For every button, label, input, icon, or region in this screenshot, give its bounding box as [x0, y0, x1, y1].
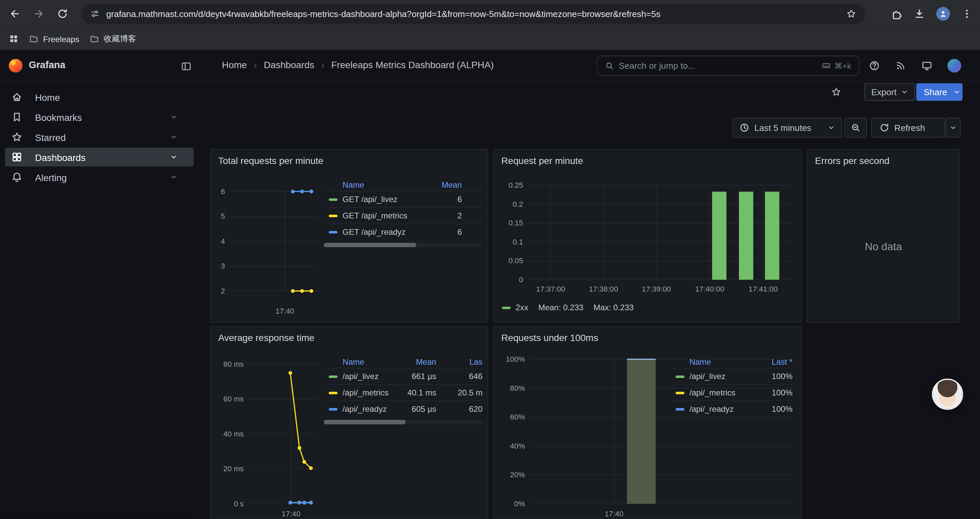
legend-row[interactable]: /api/_livez661 µs646 [324, 368, 483, 385]
downloads-icon[interactable] [914, 8, 925, 19]
chevron-down-icon[interactable] [170, 173, 177, 181]
breadcrumb-home[interactable]: Home [222, 59, 247, 70]
share-label: Share [924, 87, 947, 97]
bookmark-label: Freeleaps [43, 34, 79, 43]
panel-title[interactable]: Errors per second [815, 155, 889, 166]
news-rss-icon[interactable] [895, 60, 906, 72]
panel-total-requests: Total requests per minute 6543217:40 Nam… [210, 149, 488, 323]
bookmark-star-icon[interactable] [846, 9, 856, 19]
legend-row[interactable]: /api/_metrics40.1 ms20.5 m [324, 384, 483, 401]
legend-row[interactable]: /api/_metrics100% [671, 384, 795, 401]
browser-profile-avatar[interactable] [936, 7, 950, 21]
bookmark-folder-blogs[interactable]: 收藏博客 [89, 33, 137, 45]
breadcrumb-dashboards[interactable]: Dashboards [264, 59, 315, 70]
user-avatar[interactable] [948, 59, 961, 72]
dock-sidebar-icon[interactable] [181, 61, 192, 72]
sidebar-item-alerting[interactable]: Alerting [5, 168, 194, 186]
forward-icon[interactable] [33, 8, 45, 19]
timeseries-chart[interactable]: 6543217:40 [215, 182, 321, 319]
panel-title[interactable]: Total requests per minute [218, 155, 323, 166]
screen: grafana.mathmast.com/d/deytv4rwavabkb/fr… [0, 0, 980, 519]
chevron-down-icon [953, 88, 960, 96]
extensions-icon[interactable] [891, 8, 903, 19]
svg-text:0%: 0% [514, 500, 525, 508]
legend-header[interactable]: NameMeanLas [324, 355, 483, 368]
legend-row[interactable]: /api/_livez100% [671, 368, 795, 385]
star-icon [11, 131, 23, 143]
back-icon[interactable] [10, 8, 21, 19]
panel-title[interactable]: Requests under 100ms [501, 332, 598, 343]
legend-header[interactable]: NameMean [324, 178, 483, 191]
refresh-button[interactable]: Refresh [871, 118, 945, 137]
clock-icon [740, 123, 749, 133]
browser-toolbar: grafana.mathmast.com/d/deytv4rwavabkb/fr… [0, 0, 980, 27]
browser-menu-icon[interactable] [961, 8, 973, 19]
sidebar-item-dashboards[interactable]: Dashboards [5, 148, 194, 166]
time-range-picker[interactable]: Last 5 minutes [732, 118, 842, 137]
sidebar-item-starred[interactable]: Starred [5, 128, 194, 146]
legend-header[interactable]: NameLast * [671, 355, 795, 368]
search-input[interactable]: Search or jump to... ⌘+k [597, 56, 859, 76]
person-icon [939, 10, 947, 18]
search-shortcut: ⌘+k [822, 61, 851, 70]
reload-icon[interactable] [57, 8, 68, 19]
sidebar: Home Bookmarks Starred Dashboards Alerti… [0, 81, 199, 519]
timeseries-chart[interactable]: 80 ms60 ms40 ms20 ms0 s17:40 [223, 351, 321, 519]
share-menu-button[interactable] [951, 83, 963, 101]
svg-text:17:41:00: 17:41:00 [749, 285, 778, 293]
bookmark-folder-freeleaps[interactable]: Freeleaps [29, 34, 79, 44]
refresh-interval-button[interactable] [946, 118, 961, 137]
legend-row[interactable]: /api/_readyz100% [671, 401, 795, 417]
svg-text:60 ms: 60 ms [223, 395, 244, 403]
chevron-down-icon[interactable] [170, 153, 177, 161]
panel-title[interactable]: Average response time [218, 332, 315, 343]
svg-text:17:38:00: 17:38:00 [589, 285, 618, 293]
legend-scrollbar[interactable] [324, 420, 483, 424]
zoom-out-button[interactable] [844, 118, 867, 137]
scrollbar-thumb[interactable] [324, 420, 406, 424]
svg-text:0: 0 [519, 276, 523, 284]
legend-row[interactable]: GET /api/_metrics2 [324, 207, 483, 224]
legend-swatch [502, 306, 511, 308]
svg-text:17:40: 17:40 [282, 509, 300, 518]
help-icon[interactable] [869, 60, 880, 72]
svg-text:17:40: 17:40 [275, 307, 294, 315]
url-bar[interactable]: grafana.mathmast.com/d/deytv4rwavabkb/fr… [81, 4, 865, 24]
panel-title[interactable]: Request per minute [501, 155, 583, 166]
scrollbar-thumb[interactable] [324, 243, 416, 247]
sidebar-item-home[interactable]: Home [5, 88, 194, 106]
grafana-logo[interactable] [9, 59, 22, 72]
chart-legend[interactable]: 2xx Mean: 0.233 Max: 0.233 [502, 303, 634, 312]
kiosk-monitor-icon[interactable] [921, 60, 932, 72]
bar-chart[interactable]: 0.250.20.150.10.05017:37:0017:38:0017:39… [501, 181, 795, 297]
chevron-down-icon[interactable] [170, 133, 177, 141]
header-icons [869, 50, 961, 81]
chevron-down-icon[interactable] [170, 113, 177, 121]
apps-grid-icon[interactable] [9, 34, 19, 44]
legend-row[interactable]: /api/_readyz605 µs620 [324, 401, 483, 417]
sidebar-item-label: Home [35, 92, 60, 102]
legend-table: NameLast */api/_livez100%/api/_metrics10… [671, 355, 795, 417]
site-info-icon[interactable] [90, 9, 100, 19]
bell-icon [11, 171, 23, 183]
share-button[interactable]: Share [916, 83, 955, 101]
favorite-dashboard-star-icon[interactable] [831, 87, 841, 97]
search-placeholder: Search or jump to... [619, 61, 822, 71]
sidebar-item-label: Starred [35, 132, 66, 142]
svg-text:5: 5 [221, 212, 225, 220]
legend-row[interactable]: GET /api/_livez6 [324, 191, 483, 207]
panel-average-response-time: Average response time 80 ms60 ms40 ms20 … [210, 326, 488, 519]
chart-svg: 0.250.20.150.10.05017:37:0017:38:0017:39… [501, 181, 795, 295]
brand-text: Grafana [29, 59, 65, 71]
svg-text:0.1: 0.1 [513, 238, 523, 246]
sidebar-item-bookmarks[interactable]: Bookmarks [5, 107, 194, 126]
chevron-down-icon [949, 124, 957, 131]
svg-text:17:40:00: 17:40:00 [695, 285, 724, 293]
floating-avatar[interactable] [932, 379, 963, 410]
legend-row[interactable]: GET /api/_readyz6 [324, 224, 483, 240]
svg-text:80 ms: 80 ms [223, 360, 244, 368]
export-button[interactable]: Export [864, 83, 915, 101]
grafana-header: Grafana Home › Dashboards › Freeleaps Me… [0, 50, 980, 81]
legend-scrollbar[interactable] [324, 243, 483, 247]
svg-text:100%: 100% [506, 355, 525, 363]
